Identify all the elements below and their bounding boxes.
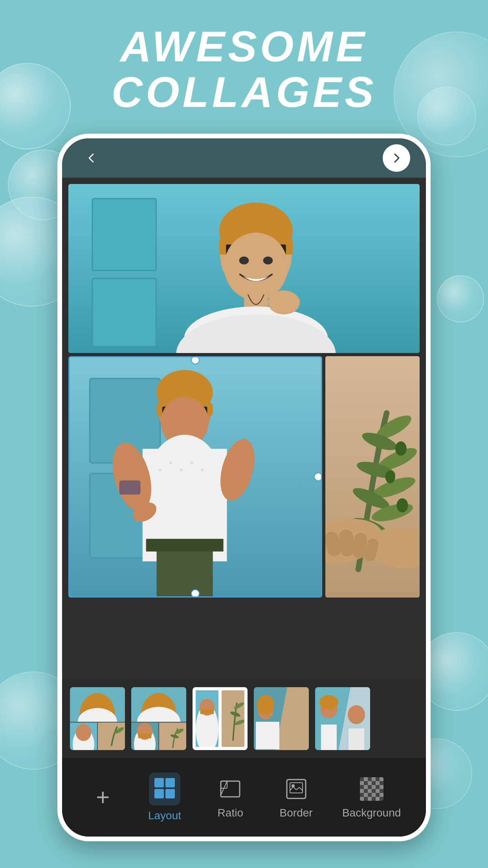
svg-point-107 xyxy=(292,784,295,787)
svg-rect-73 xyxy=(138,734,152,738)
svg-point-64 xyxy=(76,724,91,741)
plants-svg xyxy=(325,356,420,598)
ratio-tool[interactable]: Ratio xyxy=(211,775,250,819)
photo-top-content xyxy=(68,184,420,353)
border-tool[interactable]: Border xyxy=(277,775,316,819)
svg-rect-3 xyxy=(92,278,156,346)
background-icon-container xyxy=(358,775,385,803)
bubble-1 xyxy=(0,63,71,149)
svg-rect-98 xyxy=(349,728,364,750)
phone-header xyxy=(62,138,426,178)
svg-rect-101 xyxy=(154,789,164,798)
photo-right[interactable] xyxy=(325,356,420,598)
svg-point-9 xyxy=(239,257,249,265)
svg-point-30 xyxy=(169,462,172,464)
add-button[interactable]: + xyxy=(87,782,119,813)
layout-thumb-1[interactable] xyxy=(70,687,125,750)
svg-point-51 xyxy=(385,471,395,484)
background-tool[interactable]: Background xyxy=(342,775,401,819)
background-icon xyxy=(360,777,383,801)
svg-point-32 xyxy=(190,462,193,464)
svg-point-14 xyxy=(268,291,300,314)
layout-thumb-3[interactable] xyxy=(193,687,248,750)
plus-icon: + xyxy=(96,785,110,809)
svg-rect-38 xyxy=(146,539,224,552)
svg-point-95 xyxy=(319,695,338,709)
svg-rect-2 xyxy=(92,199,156,270)
layout-thumb-2[interactable] xyxy=(131,687,186,750)
layout-icon-bg xyxy=(149,772,180,805)
svg-rect-80 xyxy=(200,710,214,714)
headline-line1: AWESOME xyxy=(111,24,376,69)
layout-label: Layout xyxy=(148,809,181,822)
ratio-icon-container xyxy=(216,775,244,803)
svg-rect-102 xyxy=(165,789,175,798)
handle-bottom[interactable] xyxy=(191,589,200,598)
svg-point-31 xyxy=(180,469,183,471)
back-button[interactable] xyxy=(78,144,105,172)
ratio-icon xyxy=(218,777,242,801)
woman-standing-svg xyxy=(70,357,321,596)
forward-button[interactable] xyxy=(383,144,410,172)
border-icon-container xyxy=(283,775,310,803)
svg-point-52 xyxy=(396,498,408,512)
layout-thumb-4[interactable] xyxy=(254,687,309,750)
svg-rect-104 xyxy=(221,781,227,788)
layout-icon xyxy=(153,776,176,800)
svg-rect-100 xyxy=(165,778,175,787)
svg-point-50 xyxy=(395,441,407,456)
headline: AWESOME COLLAGES xyxy=(111,24,376,114)
headline-line2: COLLAGES xyxy=(111,69,376,115)
svg-point-33 xyxy=(201,469,204,471)
svg-point-29 xyxy=(159,469,161,471)
photo-bottom-row xyxy=(68,356,420,598)
photo-left[interactable] xyxy=(68,356,322,598)
photo-top[interactable] xyxy=(68,184,420,353)
layout-strip xyxy=(62,679,426,758)
svg-rect-99 xyxy=(154,778,164,787)
svg-rect-37 xyxy=(157,547,213,596)
bubble-4 xyxy=(417,86,476,145)
phone-frame: + Layout Ratio xyxy=(57,134,431,841)
svg-point-97 xyxy=(348,705,365,724)
canvas-area xyxy=(62,178,426,679)
layout-thumb-5[interactable] xyxy=(315,687,370,750)
layout-tool[interactable]: Layout xyxy=(145,772,184,822)
woman-portrait-svg xyxy=(68,184,420,353)
bottom-toolbar: + Layout Ratio xyxy=(62,758,426,837)
bubble-9 xyxy=(437,275,484,322)
svg-point-90 xyxy=(257,695,274,715)
svg-rect-89 xyxy=(256,722,279,749)
border-label: Border xyxy=(280,807,313,819)
border-icon xyxy=(284,777,308,801)
svg-point-10 xyxy=(263,257,273,265)
ratio-label: Ratio xyxy=(218,807,243,819)
handle-top[interactable] xyxy=(191,356,200,364)
svg-point-8 xyxy=(224,233,288,301)
svg-rect-36 xyxy=(119,480,141,495)
handle-right[interactable] xyxy=(314,473,322,481)
svg-rect-96 xyxy=(321,725,337,750)
photo-right-content xyxy=(325,356,420,598)
photo-left-content xyxy=(70,357,321,596)
background-label: Background xyxy=(342,807,401,819)
